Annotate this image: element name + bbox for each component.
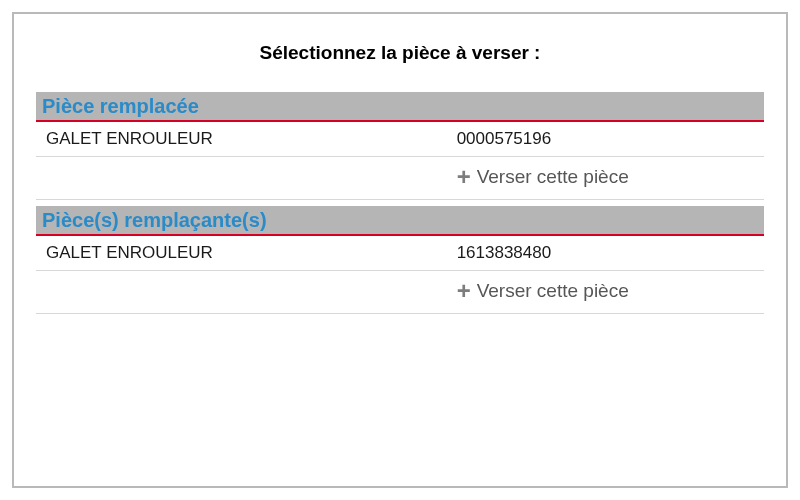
part-name: GALET ENROULEUR (46, 129, 457, 149)
section-header-label: Pièce remplacée (42, 95, 199, 117)
section-header-label: Pièce(s) remplaçante(s) (42, 209, 267, 231)
part-row: GALET ENROULEUR 1613838480 (36, 236, 764, 271)
part-code: 1613838480 (457, 243, 754, 263)
plus-icon: + (457, 279, 471, 303)
verser-button[interactable]: + Verser cette pièce (457, 165, 629, 189)
panel-title: Sélectionnez la pièce à verser : (36, 42, 764, 64)
verser-button-label: Verser cette pièce (477, 280, 629, 302)
section-header-replacing: Pièce(s) remplaçante(s) (36, 206, 764, 236)
verser-button[interactable]: + Verser cette pièce (457, 279, 629, 303)
part-action-row: + Verser cette pièce (36, 271, 764, 314)
part-action-row: + Verser cette pièce (36, 157, 764, 200)
verser-button-label: Verser cette pièce (477, 166, 629, 188)
part-row: GALET ENROULEUR 0000575196 (36, 122, 764, 157)
plus-icon: + (457, 165, 471, 189)
part-code: 0000575196 (457, 129, 754, 149)
section-header-replaced: Pièce remplacée (36, 92, 764, 122)
part-name: GALET ENROULEUR (46, 243, 457, 263)
parts-selection-panel: Sélectionnez la pièce à verser : Pièce r… (12, 12, 788, 488)
